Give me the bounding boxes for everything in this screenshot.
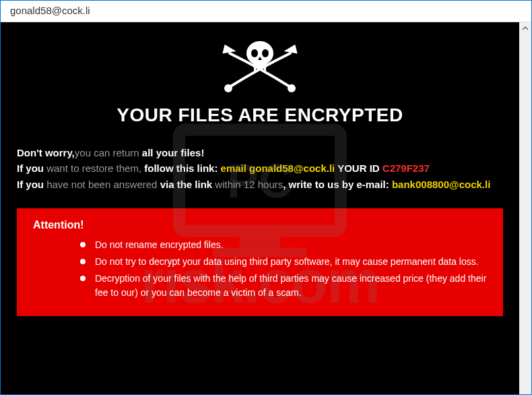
vertical-scrollbar[interactable]	[519, 22, 531, 395]
line-2: If you want to restore them, follow this…	[17, 160, 503, 176]
svg-point-13	[262, 49, 269, 57]
svg-point-4	[226, 86, 231, 91]
skull-logo	[17, 34, 503, 98]
window-title: gonald58@cock.li	[10, 5, 90, 16]
content-area: PC risk.com	[1, 22, 531, 395]
svg-point-12	[251, 49, 258, 57]
ransom-body: Don't worry,you can return all your file…	[17, 145, 503, 192]
skull-crossed-swords-icon	[216, 34, 304, 95]
attention-title: Attention!	[33, 219, 487, 231]
svg-rect-11	[264, 67, 266, 71]
ransom-note: PC risk.com	[1, 22, 519, 395]
line-1: Don't worry,you can return all your file…	[17, 145, 503, 160]
svg-rect-9	[257, 67, 259, 71]
svg-rect-8	[254, 67, 256, 71]
svg-rect-10	[261, 67, 263, 71]
list-item: Decryption of your files with the help o…	[80, 272, 487, 300]
attention-list: Do not rename encrypted files. Do not tr…	[33, 238, 487, 300]
window-titlebar: gonald58@cock.li	[1, 1, 531, 22]
svg-point-5	[289, 86, 294, 91]
headline: YOUR FILES ARE ENCRYPTED	[17, 104, 503, 126]
scroll-up-arrow-icon[interactable]	[519, 22, 531, 34]
attention-box: Attention! Do not rename encrypted files…	[17, 208, 503, 316]
list-item: Do not try to decrypt your data using th…	[80, 255, 487, 269]
line-3: If you have not been answered via the li…	[17, 177, 503, 192]
list-item: Do not rename encrypted files.	[80, 238, 487, 252]
